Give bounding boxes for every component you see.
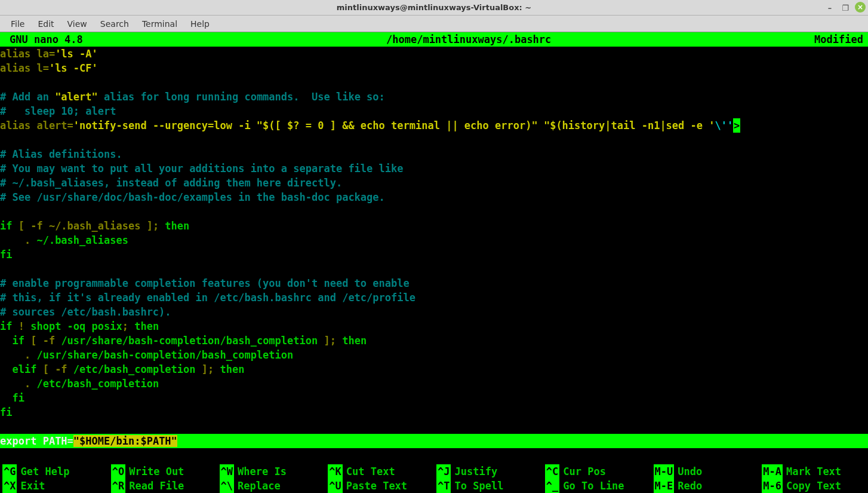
code-text: ; — [122, 320, 134, 332]
code-text: [ -f — [36, 363, 73, 375]
code-text: alias la= — [0, 48, 55, 60]
close-icon[interactable]: × — [855, 2, 866, 13]
code-text: shopt -oq posix — [30, 320, 122, 332]
nano-editor-body[interactable]: alias la='ls -A' alias l='ls -CF' # Add … — [0, 47, 868, 450]
help-read-file[interactable]: ^RRead File — [109, 479, 217, 493]
help-go-to-line[interactable]: ^_Go To Line — [543, 479, 651, 493]
help-label: Undo — [678, 464, 702, 479]
help-get-help[interactable]: ^GGet Help — [0, 464, 109, 479]
help-key: ^T — [436, 479, 451, 493]
code-text: /usr/share/bash-completion/bash_completi… — [61, 335, 318, 347]
help-where-is[interactable]: ^WWhere Is — [217, 464, 326, 479]
help-justify[interactable]: ^JJustify — [434, 464, 543, 479]
help-label: To Spell — [454, 479, 503, 493]
code-comment: # enable programmable completion feature… — [0, 277, 410, 289]
code-keyword: then — [134, 320, 159, 332]
menu-search[interactable]: Search — [94, 17, 135, 30]
help-label: Exit — [20, 479, 45, 493]
help-undo[interactable]: M-UUndo — [651, 464, 760, 479]
help-key: ^K — [328, 464, 342, 479]
blank-line — [0, 206, 6, 218]
menu-terminal[interactable]: Terminal — [136, 17, 183, 30]
menu-edit[interactable]: Edit — [32, 17, 60, 30]
code-comment: # You may want to put all your additions… — [0, 163, 404, 174]
code-keyword: then — [220, 363, 245, 375]
code-comment: # Alias definitions. — [0, 148, 122, 160]
code-text: ~/.bash_aliases — [36, 234, 128, 246]
code-comment: # this, if it's already enabled in /etc/… — [0, 292, 415, 304]
help-key: M-U — [654, 464, 675, 479]
help-mark-text[interactable]: M-AMark Text — [759, 464, 868, 479]
code-keyword: then — [165, 220, 189, 232]
blank-line — [0, 134, 6, 146]
nano-status-blank — [0, 450, 868, 464]
maximize-icon[interactable]: ❐ — [839, 2, 851, 14]
help-redo[interactable]: M-ERedo — [651, 479, 760, 493]
help-key: M-E — [654, 479, 675, 493]
code-keyword: then — [342, 335, 367, 347]
help-label: Mark Text — [786, 464, 841, 479]
help-exit[interactable]: ^XExit — [0, 479, 109, 493]
code-text: 'ls -A' — [55, 48, 98, 60]
help-cut-text[interactable]: ^KCut Text — [325, 464, 434, 479]
blank-line — [0, 263, 6, 275]
help-replace[interactable]: ^\Replace — [217, 479, 326, 493]
code-text: [ -f ~/.bash_aliases ]; — [12, 220, 165, 232]
line-continuation-icon: > — [733, 118, 740, 133]
nano-modified: Modified — [764, 32, 868, 47]
code-keyword: elif — [0, 363, 36, 375]
code-text: . — [0, 378, 36, 390]
help-label: Replace — [238, 479, 281, 493]
help-cur-pos[interactable]: ^CCur Pos — [543, 464, 651, 479]
menu-help[interactable]: Help — [184, 17, 216, 30]
code-text: "alert" — [55, 91, 98, 103]
code-comment: # ~/.bash_aliases, instead of adding the… — [0, 177, 342, 189]
help-key: M-A — [762, 464, 783, 479]
help-label: Cur Pos — [563, 464, 606, 479]
help-key: ^J — [436, 464, 451, 479]
blank-line — [0, 421, 6, 433]
window-title: mintlinuxways@mintlinuxways-VirtualBox: … — [0, 3, 868, 12]
code-text: alias l= — [0, 62, 49, 74]
code-text: 'ls -CF' — [49, 62, 98, 74]
help-write-out[interactable]: ^OWrite Out — [109, 464, 217, 479]
cursor-line[interactable]: export PATH="$HOME/bin:$PATH" — [0, 434, 868, 448]
nano-titlebar: GNU nano 4.8 /home/mintlinuxways/.bashrc… — [0, 32, 868, 47]
code-text: ]; — [196, 363, 220, 375]
code-text: \'' — [715, 120, 734, 131]
code-keyword: fi — [0, 249, 12, 261]
code-text: . — [0, 349, 36, 361]
code-text: ]; — [318, 335, 342, 347]
code-text: ! — [12, 320, 30, 332]
nano-help-bar: ^GGet Help ^OWrite Out ^WWhere Is ^KCut … — [0, 464, 868, 493]
help-label: Read File — [129, 479, 184, 493]
code-text: /usr/share/bash-completion/bash_completi… — [36, 349, 293, 361]
code-comment: # sleep 10; alert — [0, 105, 116, 117]
help-copy-text[interactable]: M-6Copy Text — [759, 479, 868, 493]
window-titlebar: mintlinuxways@mintlinuxways-VirtualBox: … — [0, 0, 868, 16]
help-label: Justify — [454, 464, 497, 479]
code-text: PATH= — [36, 435, 73, 447]
menu-file[interactable]: File — [5, 17, 30, 30]
nano-filename: /home/mintlinuxways/.bashrc — [174, 32, 764, 47]
cursor-highlight: "$HOME/bin:$PATH" — [73, 435, 177, 447]
help-key: ^\ — [220, 479, 234, 493]
code-comment: alias for long running commands. Use lik… — [98, 91, 385, 103]
code-keyword: fi — [0, 406, 12, 418]
help-key: ^W — [220, 464, 234, 479]
code-comment: # Add an — [0, 91, 55, 103]
code-text: [ -f — [24, 335, 61, 347]
nano-version: GNU nano 4.8 — [0, 32, 174, 47]
help-paste-text[interactable]: ^UPaste Text — [325, 479, 434, 493]
code-text: /etc/bash_completion — [73, 363, 196, 375]
help-label: Go To Line — [563, 479, 624, 493]
menu-view[interactable]: View — [61, 17, 93, 30]
help-to-spell[interactable]: ^TTo Spell — [434, 479, 543, 493]
code-comment: # sources /etc/bash.bashrc). — [0, 306, 171, 318]
minimize-icon[interactable]: – — [824, 2, 836, 14]
help-key: ^G — [2, 464, 17, 479]
code-keyword: if — [0, 220, 12, 232]
help-label: Write Out — [129, 464, 184, 479]
help-key: ^_ — [545, 479, 559, 493]
terminal-area[interactable]: GNU nano 4.8 /home/mintlinuxways/.bashrc… — [0, 32, 868, 493]
